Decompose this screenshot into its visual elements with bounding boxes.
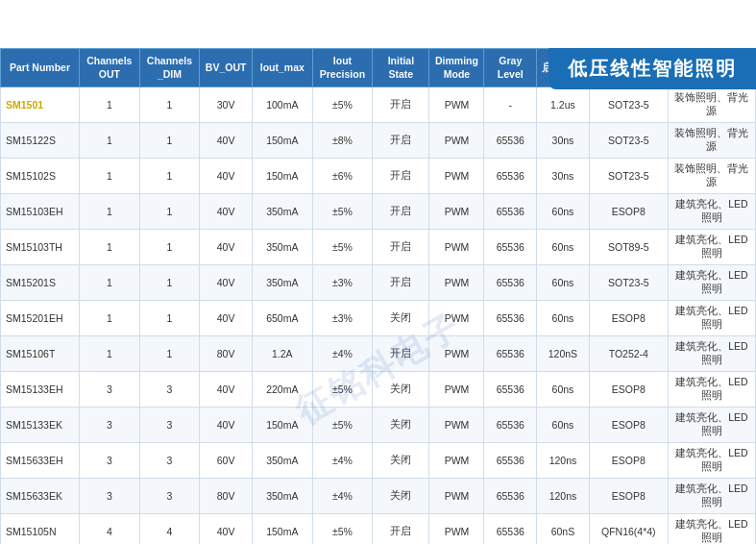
- table-row: SM15122S1140V150mA±8%开启PWM6553630nsSOT23…: [1, 123, 756, 159]
- table-cell-11-9: 120ns: [537, 479, 590, 514]
- table-cell-10-2: 3: [139, 443, 200, 479]
- table-cell-0-1: 1: [80, 87, 140, 123]
- table-cell-4-8: 65536: [484, 230, 537, 265]
- table-cell-4-6: 开启: [373, 230, 429, 265]
- table-cell-6-2: 1: [139, 301, 200, 336]
- table-row: SM15201EH1140V650mA±3%关闭PWM6553660nsESOP…: [1, 301, 756, 336]
- table-cell-1-5: ±8%: [312, 123, 373, 159]
- table-cell-7-8: 65536: [484, 336, 537, 372]
- table-cell-5-0: SM15201S: [1, 265, 80, 301]
- table-cell-6-10: ESOP8: [589, 301, 668, 336]
- table-cell-12-10: QFN16(4*4): [589, 514, 668, 544]
- table-cell-4-4: 350mA: [252, 230, 312, 265]
- table-cell-9-5: ±5%: [312, 408, 373, 443]
- table-cell-1-9: 30ns: [537, 123, 590, 159]
- table-row: SM15133EH3340V220mA±5%关闭PWM6553660nsESOP…: [1, 372, 756, 408]
- table-cell-12-11: 建筑亮化、LED照明: [668, 514, 755, 544]
- table-cell-9-7: PWM: [429, 408, 484, 443]
- table-cell-7-6: 开启: [373, 336, 429, 372]
- table-cell-9-1: 3: [80, 408, 140, 443]
- col-header-3: BV_OUT: [200, 49, 253, 87]
- table-cell-11-6: 关闭: [373, 479, 429, 514]
- table-cell-8-11: 建筑亮化、LED照明: [668, 372, 755, 408]
- table-cell-8-0: SM15133EH: [1, 372, 80, 408]
- table-cell-3-9: 60ns: [537, 194, 590, 230]
- table-cell-8-3: 40V: [200, 372, 253, 408]
- table-cell-3-7: PWM: [429, 194, 484, 230]
- table-row: SM15633EK3380V350mA±4%关闭PWM65536120nsESO…: [1, 479, 756, 514]
- table-cell-8-1: 3: [80, 372, 140, 408]
- table-cell-8-6: 关闭: [373, 372, 429, 408]
- table-cell-10-7: PWM: [429, 443, 484, 479]
- table-cell-7-9: 120nS: [537, 336, 590, 372]
- table-cell-1-10: SOT23-5: [589, 123, 668, 159]
- table-cell-10-8: 65536: [484, 443, 537, 479]
- table-cell-5-4: 350mA: [252, 265, 312, 301]
- table-cell-5-1: 1: [80, 265, 140, 301]
- table-cell-3-5: ±5%: [312, 194, 373, 230]
- table-cell-2-7: PWM: [429, 159, 484, 194]
- table-cell-2-0: SM15102S: [1, 159, 80, 194]
- table-cell-4-3: 40V: [200, 230, 253, 265]
- page-container: 低压线性智能照明 征铭科电子 Part NumberChannels OUTCh…: [0, 48, 756, 544]
- table-cell-0-11: 装饰照明、背光源: [668, 87, 755, 123]
- table-cell-10-9: 120ns: [537, 443, 590, 479]
- table-row: SM15011130V100mA±5%开启PWM-1.2usSOT23-5装饰照…: [1, 87, 756, 123]
- table-cell-5-9: 60ns: [537, 265, 590, 301]
- table-cell-0-6: 开启: [373, 87, 429, 123]
- table-cell-9-8: 65536: [484, 408, 537, 443]
- table-cell-9-4: 150mA: [252, 408, 312, 443]
- table-cell-6-0: SM15201EH: [1, 301, 80, 336]
- table-cell-8-8: 65536: [484, 372, 537, 408]
- table-cell-0-0: SM1501: [1, 87, 80, 123]
- table-cell-4-5: ±5%: [312, 230, 373, 265]
- table-cell-12-1: 4: [80, 514, 140, 544]
- table-cell-1-6: 开启: [373, 123, 429, 159]
- table-row: SM15201S1140V350mA±3%开启PWM6553660nsSOT23…: [1, 265, 756, 301]
- table-cell-10-11: 建筑亮化、LED照明: [668, 443, 755, 479]
- table-cell-4-11: 建筑亮化、LED照明: [668, 230, 755, 265]
- table-cell-3-8: 65536: [484, 194, 537, 230]
- table-cell-11-2: 3: [139, 479, 200, 514]
- table-cell-10-0: SM15633EH: [1, 443, 80, 479]
- col-header-2: Channels _DIM: [139, 49, 200, 87]
- table-cell-2-6: 开启: [373, 159, 429, 194]
- table-cell-8-5: ±5%: [312, 372, 373, 408]
- table-cell-2-10: SOT23-5: [589, 159, 668, 194]
- col-header-5: Iout Precision: [312, 49, 373, 87]
- table-cell-0-5: ±5%: [312, 87, 373, 123]
- table-body: SM15011130V100mA±5%开启PWM-1.2usSOT23-5装饰照…: [1, 87, 756, 544]
- col-header-6: Initial State: [373, 49, 429, 87]
- table-cell-3-0: SM15103EH: [1, 194, 80, 230]
- table-cell-12-3: 40V: [200, 514, 253, 544]
- table-row: SM15103EH1140V350mA±5%开启PWM6553660nsESOP…: [1, 194, 756, 230]
- part-link[interactable]: SM1501: [6, 99, 43, 111]
- table-cell-10-10: ESOP8: [589, 443, 668, 479]
- table-cell-9-9: 60ns: [537, 408, 590, 443]
- table-row: SM15133EK3340V150mA±5%关闭PWM6553660nsESOP…: [1, 408, 756, 443]
- table-cell-9-0: SM15133EK: [1, 408, 80, 443]
- table-cell-6-8: 65536: [484, 301, 537, 336]
- table-cell-1-1: 1: [80, 123, 140, 159]
- table-cell-1-3: 40V: [200, 123, 253, 159]
- page-title: 低压线性智能照明: [549, 48, 756, 89]
- table-cell-10-5: ±4%: [312, 443, 373, 479]
- table-row: SM15633EH3360V350mA±4%关闭PWM65536120nsESO…: [1, 443, 756, 479]
- table-cell-3-1: 1: [80, 194, 140, 230]
- table-cell-0-7: PWM: [429, 87, 484, 123]
- table-cell-12-9: 60nS: [537, 514, 590, 544]
- table-cell-1-4: 150mA: [252, 123, 312, 159]
- table-cell-0-2: 1: [139, 87, 200, 123]
- table-cell-0-9: 1.2us: [537, 87, 590, 123]
- table-cell-3-3: 40V: [200, 194, 253, 230]
- table-cell-2-9: 30ns: [537, 159, 590, 194]
- table-cell-1-0: SM15122S: [1, 123, 80, 159]
- table-cell-3-11: 建筑亮化、LED照明: [668, 194, 755, 230]
- table-cell-12-8: 65536: [484, 514, 537, 544]
- table-cell-11-1: 3: [80, 479, 140, 514]
- col-header-8: Gray Level: [484, 49, 537, 87]
- table-cell-2-2: 1: [139, 159, 200, 194]
- table-cell-9-11: 建筑亮化、LED照明: [668, 408, 755, 443]
- table-cell-11-0: SM15633EK: [1, 479, 80, 514]
- table-cell-4-10: SOT89-5: [589, 230, 668, 265]
